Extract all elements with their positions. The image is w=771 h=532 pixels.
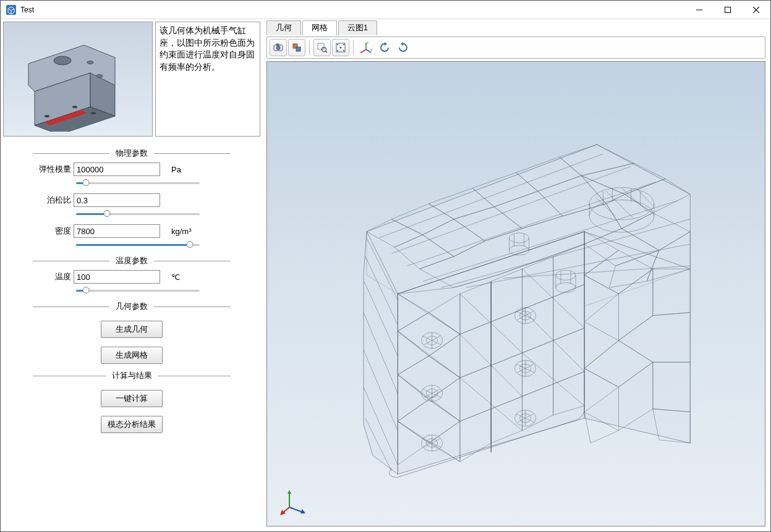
poisson-slider[interactable] [76,209,200,218]
svg-point-15 [91,112,96,114]
maximize-button[interactable] [713,1,742,19]
elastic-label: 弹性模量 [33,164,74,175]
generate-geometry-button[interactable]: 生成几何 [101,321,163,338]
density-unit: kg/m³ [171,227,192,236]
group-geometry: 几何参数 [116,301,148,312]
svg-rect-20 [296,47,300,51]
window-title: Test [20,6,685,14]
svg-point-14 [72,106,77,108]
svg-line-27 [361,49,366,53]
group-temperature: 温度参数 [116,255,148,266]
temp-input[interactable] [74,270,160,284]
density-slider[interactable] [76,240,200,249]
svg-point-12 [96,75,103,78]
svg-rect-21 [318,43,324,49]
svg-point-17 [276,46,280,50]
svg-marker-66 [288,490,291,494]
group-physics: 物理参数 [116,148,148,159]
zoom-extents-icon[interactable] [332,39,349,56]
svg-text:y: y [370,48,372,51]
left-panel: 该几何体为机械手气缸座，以图中所示粉色面为约束面进行温度对自身固有频率的分析。 … [2,20,262,530]
xyz-axis-icon[interactable]: zxy [357,39,375,56]
svg-text:x: x [360,50,362,54]
compute-button[interactable]: 一键计算 [101,390,163,407]
svg-text:z: z [367,41,368,44]
tab-mesh[interactable]: 网格 [302,20,337,35]
svg-rect-18 [276,44,279,46]
camera-icon[interactable] [270,39,287,56]
rotate-ccw-icon[interactable] [376,39,393,56]
right-panel: 几何 网格 云图1 zxy [263,20,769,530]
svg-marker-33 [401,42,403,46]
modal-results-button[interactable]: 模态分析结果 [101,416,163,433]
close-button[interactable] [742,1,770,19]
svg-point-11 [87,61,93,64]
poisson-input[interactable] [74,193,160,207]
svg-line-67 [289,507,303,512]
axis-triad-icon [279,488,308,516]
elastic-input[interactable] [74,163,160,176]
density-input[interactable] [74,224,160,238]
elastic-slider[interactable] [76,179,200,187]
svg-point-13 [45,115,49,117]
minimize-button[interactable] [685,1,713,19]
svg-marker-36 [584,232,690,443]
group-compute: 计算与结果 [112,370,152,381]
app-icon [6,4,17,15]
temp-slider[interactable] [76,286,200,295]
tab-geometry[interactable]: 几何 [266,20,301,35]
temp-label: 温度 [33,271,74,282]
svg-rect-2 [725,7,731,12]
viewport-toolbar: zxy [266,36,765,59]
generate-mesh-button[interactable]: 生成网格 [101,347,163,364]
titlebar: Test [1,1,770,19]
geometry-thumbnail [3,22,153,137]
temp-unit: ℃ [171,272,181,282]
svg-point-25 [340,47,342,49]
svg-line-23 [326,51,328,53]
svg-point-10 [54,56,71,65]
description-text: 该几何体为机械手气缸座，以图中所示粉色面为约束面进行温度对自身固有频率的分析。 [155,22,260,137]
elastic-unit: Pa [171,165,181,174]
zoom-box-icon[interactable] [313,39,331,56]
svg-marker-32 [385,42,387,46]
tab-contour[interactable]: 云图1 [338,20,377,35]
mesh-viewport[interactable] [266,61,765,526]
rotate-cw-icon[interactable] [394,39,412,56]
poisson-label: 泊松比 [33,195,74,206]
tab-bar: 几何 网格 云图1 [263,20,769,35]
print-layout-icon[interactable] [288,39,305,56]
density-label: 密度 [33,226,74,237]
